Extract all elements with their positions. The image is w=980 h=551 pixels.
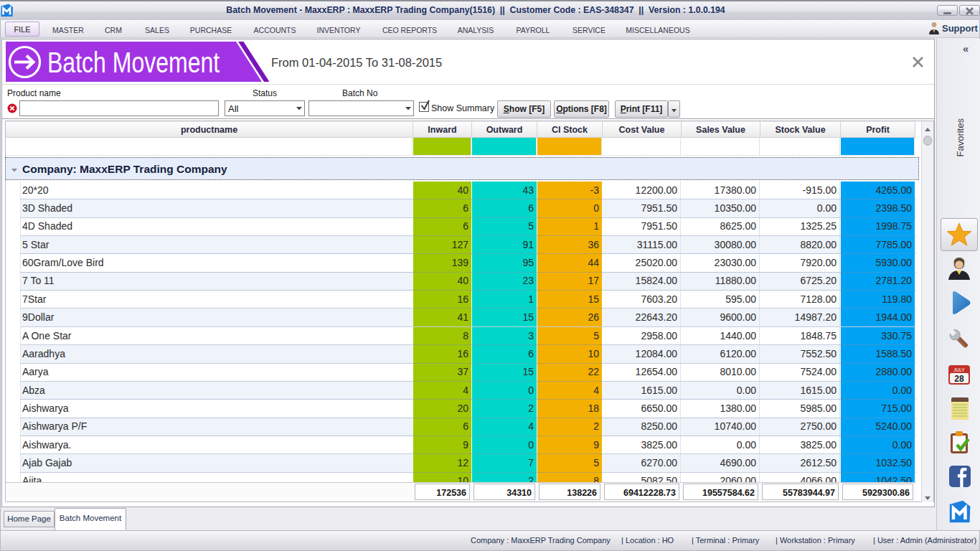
svg-text:JULY: JULY [953,367,965,372]
svg-text:28: 28 [954,374,964,384]
